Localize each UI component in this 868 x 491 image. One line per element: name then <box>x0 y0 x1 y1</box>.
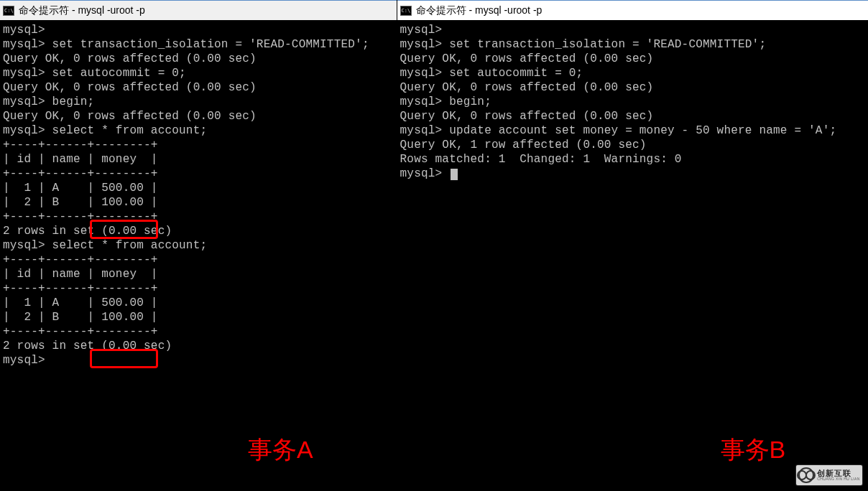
terminal-line: Query OK, 0 rows affected (0.00 sec) <box>400 109 865 123</box>
titlebar-b[interactable]: 命令提示符 - mysql -uroot -p <box>397 0 868 20</box>
terminal-line: +----+------+--------+ <box>3 167 394 181</box>
cursor-icon <box>451 169 458 180</box>
terminal-line: mysql> <box>3 23 394 37</box>
terminal-line: Query OK, 1 row affected (0.00 sec) <box>400 138 865 152</box>
terminal-line: | id | name | money | <box>3 152 394 167</box>
terminal-line: +----+------+--------+ <box>3 281 394 296</box>
terminal-line: mysql> <box>400 167 865 181</box>
terminal-body-b[interactable]: mysql> mysql> set transaction_isolation … <box>397 20 868 491</box>
terminal-line: Query OK, 0 rows affected (0.00 sec) <box>3 52 394 66</box>
terminal-line: | 1 | A | 500.00 | <box>3 181 394 195</box>
terminal-line: | 2 | B | 100.00 | <box>3 195 394 210</box>
terminal-line: +----+------+--------+ <box>3 210 394 224</box>
transaction-label-b: 事务B <box>721 434 786 467</box>
terminal-line: Rows matched: 1 Changed: 1 Warnings: 0 <box>400 152 865 167</box>
watermark-text: 创新互联 CHUANG XIN HU LIAN <box>817 469 860 481</box>
terminal-line: 2 rows in set (0.00 sec) <box>3 224 394 238</box>
terminal-line: mysql> begin; <box>3 95 394 109</box>
cmd-icon <box>3 6 14 16</box>
terminal-body-a[interactable]: mysql> mysql> set transaction_isolation … <box>0 20 397 491</box>
watermark-badge: 创新互联 CHUANG XIN HU LIAN <box>796 465 862 485</box>
terminal-line: mysql> select * from account; <box>3 123 394 138</box>
terminal-line: +----+------+--------+ <box>3 138 394 152</box>
terminal-line: mysql> <box>400 23 865 37</box>
terminal-window-b: 命令提示符 - mysql -uroot -p mysql> mysql> se… <box>397 0 868 491</box>
terminal-line: Query OK, 0 rows affected (0.00 sec) <box>400 80 865 95</box>
terminal-line: mysql> set autocommit = 0; <box>400 66 865 80</box>
terminal-line: Query OK, 0 rows affected (0.00 sec) <box>400 52 865 66</box>
window-title-a: 命令提示符 - mysql -uroot -p <box>19 4 145 17</box>
terminal-line: | 1 | A | 500.00 | <box>3 296 394 310</box>
transaction-label-a: 事务A <box>248 434 313 467</box>
window-title-b: 命令提示符 - mysql -uroot -p <box>416 4 542 17</box>
titlebar-a[interactable]: 命令提示符 - mysql -uroot -p <box>0 0 397 20</box>
terminal-line: | 2 | B | 100.00 | <box>3 310 394 324</box>
terminal-line: mysql> select * from account; <box>3 238 394 253</box>
terminal-line: mysql> update account set money = money … <box>400 123 865 138</box>
terminal-line: mysql> set transaction_isolation = 'READ… <box>400 37 865 52</box>
highlight-box-1 <box>90 220 158 239</box>
terminal-line: mysql> begin; <box>400 95 865 109</box>
terminal-line: | id | name | money | <box>3 267 394 281</box>
terminal-line: mysql> set transaction_isolation = 'READ… <box>3 37 394 52</box>
terminal-line: mysql> set autocommit = 0; <box>3 66 394 80</box>
terminal-window-a: 命令提示符 - mysql -uroot -p mysql> mysql> se… <box>0 0 397 491</box>
terminal-line: Query OK, 0 rows affected (0.00 sec) <box>3 109 394 123</box>
highlight-box-2 <box>90 349 158 368</box>
terminal-line: +----+------+--------+ <box>3 253 394 267</box>
terminal-line: Query OK, 0 rows affected (0.00 sec) <box>3 80 394 95</box>
terminal-line: 2 rows in set (0.00 sec) <box>3 339 394 353</box>
split-pane-container: 命令提示符 - mysql -uroot -p mysql> mysql> se… <box>0 0 868 491</box>
cmd-icon <box>400 6 412 16</box>
terminal-line: +----+------+--------+ <box>3 324 394 339</box>
watermark-logo-icon <box>798 467 814 483</box>
terminal-line: mysql> <box>3 353 394 368</box>
